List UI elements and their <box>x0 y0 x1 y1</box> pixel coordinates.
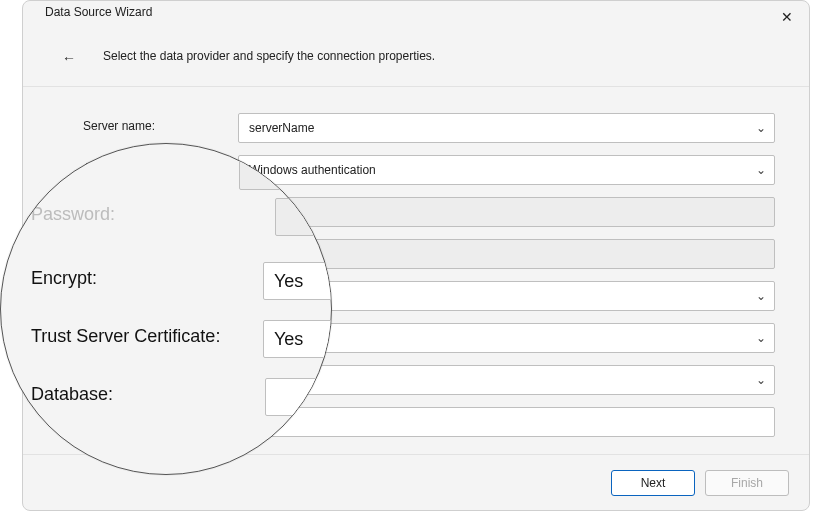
chevron-down-icon: ⌄ <box>756 156 766 184</box>
titlebar: Data Source Wizard ✕ <box>23 1 809 31</box>
user-name-input <box>238 197 775 227</box>
row-user-name: User name: <box>83 193 775 235</box>
trust-server-certificate-label: Trust Server Certificate: <box>83 329 223 343</box>
advanced-input[interactable] <box>238 407 775 437</box>
close-icon: ✕ <box>781 9 793 25</box>
instruction-text: Select the data provider and specify the… <box>103 49 435 63</box>
chevron-down-icon: ⌄ <box>756 324 766 352</box>
database-label: Database: <box>83 371 223 385</box>
password-input <box>238 239 775 269</box>
server-name-label: Server name: <box>83 119 223 133</box>
encrypt-value: Yes <box>249 282 269 310</box>
row-trust-server-certificate: Trust Server Certificate: Yes ⌄ <box>83 319 775 361</box>
trust-server-certificate-value: Yes <box>249 324 269 352</box>
password-label: Password: <box>83 245 223 259</box>
chevron-down-icon: ⌄ <box>756 282 766 310</box>
row-database: Database: ⌄ <box>83 361 775 403</box>
user-name-label: User name: <box>83 203 223 217</box>
authentication-label: Authentication type: <box>83 161 223 175</box>
form-body: Server name: serverName ⌄ Authentication… <box>23 87 809 454</box>
chevron-down-icon: ⌄ <box>756 366 766 394</box>
encrypt-label: Encrypt: <box>83 287 223 301</box>
row-advanced: Advanced connection string: <box>83 403 775 445</box>
chevron-down-icon: ⌄ <box>756 114 766 142</box>
footer: Next Finish <box>23 454 809 510</box>
authentication-dropdown[interactable]: Windows authentication ⌄ <box>238 155 775 185</box>
close-button[interactable]: ✕ <box>773 5 801 29</box>
finish-button: Finish <box>705 470 789 496</box>
authentication-value: Windows authentication <box>249 156 376 184</box>
data-source-wizard-dialog: Data Source Wizard ✕ ← Select the data p… <box>22 0 810 511</box>
back-button[interactable]: ← <box>57 46 81 70</box>
row-password: Password: <box>83 235 775 277</box>
server-name-dropdown[interactable]: serverName ⌄ <box>238 113 775 143</box>
row-server-name: Server name: serverName ⌄ <box>83 109 775 151</box>
database-dropdown[interactable]: ⌄ <box>238 365 775 395</box>
row-authentication: Authentication type: Windows authenticat… <box>83 151 775 193</box>
server-name-value: serverName <box>249 114 314 142</box>
next-button-label: Next <box>641 476 666 490</box>
advanced-label: Advanced connection string: <box>83 413 223 425</box>
finish-button-label: Finish <box>731 476 763 490</box>
next-button[interactable]: Next <box>611 470 695 496</box>
window-title: Data Source Wizard <box>45 5 152 19</box>
row-encrypt: Encrypt: Yes ⌄ <box>83 277 775 319</box>
trust-server-certificate-dropdown[interactable]: Yes ⌄ <box>238 323 775 353</box>
instruction-bar: ← Select the data provider and specify t… <box>23 31 809 87</box>
arrow-left-icon: ← <box>62 50 76 66</box>
encrypt-dropdown[interactable]: Yes ⌄ <box>238 281 775 311</box>
